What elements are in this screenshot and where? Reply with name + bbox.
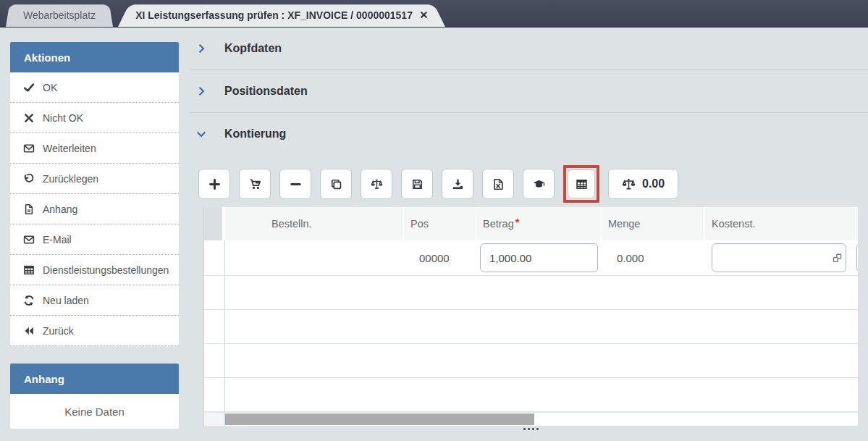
envelope-icon [23, 143, 35, 154]
column-header-kostenst[interactable]: Kostenst. [705, 207, 856, 240]
tab-label: XI Leistungserfassung prüfen : XF_INVOIC… [135, 9, 413, 21]
highlight-annotation [563, 165, 599, 203]
scale-icon [622, 177, 636, 191]
toolbar-buttons [198, 165, 599, 203]
column-label: Betrag [483, 218, 514, 230]
empty-table-row[interactable] [204, 276, 858, 310]
sections: Kopfdaten Positionsdaten Kontierung [190, 28, 868, 155]
learning-button[interactable] [523, 169, 555, 199]
excel-export-button[interactable] [482, 169, 514, 199]
close-icon[interactable] [420, 11, 428, 19]
undo-icon [23, 173, 35, 185]
column-label: Bestelln. [271, 218, 312, 230]
table-icon [23, 264, 35, 276]
download-icon [452, 178, 464, 190]
empty-table-row[interactable] [204, 310, 858, 344]
balance-total-button[interactable]: 0.00 [608, 169, 678, 199]
save-icon [411, 178, 424, 190]
row-selector-cell[interactable] [204, 310, 225, 343]
kostenst-input[interactable] [712, 243, 846, 272]
grid-button[interactable] [568, 169, 595, 198]
cart-button[interactable] [239, 169, 271, 199]
actions-list: OK Nicht OK Weiterleiten Zurücklegen Anh… [10, 72, 179, 346]
check-icon [23, 82, 35, 93]
scrollbar-thumb[interactable] [225, 413, 534, 425]
kontierung-table: Bestelln. Pos Betrag * Menge Kostenst. 0… [203, 206, 858, 426]
add-button[interactable] [198, 169, 230, 199]
action-weiterleiten[interactable]: Weiterleiten [10, 133, 179, 164]
table-header-row: Bestelln. Pos Betrag * Menge Kostenst. [204, 207, 858, 240]
kontierung-toolbar: 0.00 [198, 165, 868, 203]
column-header-pos[interactable]: Pos [404, 207, 476, 240]
tab-xi-leistungserfassung-pr-fen-x[interactable]: XI Leistungserfassung prüfen : XF_INVOIC… [118, 3, 445, 27]
attachment-empty-text: Keine Daten [10, 394, 179, 429]
table-resize-handle[interactable] [203, 428, 858, 430]
column-header-menge[interactable]: Menge [602, 207, 705, 240]
section-kontierung[interactable]: Kontierung [190, 112, 868, 155]
empty-table-row[interactable] [204, 378, 858, 412]
action-ok[interactable]: OK [10, 72, 179, 103]
action-anhang[interactable]: Anhang [10, 194, 179, 224]
double-back-icon [23, 325, 35, 337]
empty-table-row[interactable] [204, 344, 858, 378]
actions-panel: Aktionen OK Nicht OK Weiterleiten Zurück… [10, 42, 179, 346]
column-header-betrag[interactable]: Betrag * [476, 207, 602, 240]
action-zur-ck[interactable]: Zurück [10, 316, 179, 346]
save-button[interactable] [401, 169, 433, 199]
table-icon [576, 178, 588, 190]
row-selector-cell[interactable] [204, 378, 225, 411]
plus-icon [208, 178, 221, 190]
cart-icon [249, 178, 261, 190]
action-neu-laden[interactable]: Neu laden [10, 285, 179, 316]
action-label: Dienstleistungsbestellungen [43, 264, 169, 276]
action-label: Nicht OK [43, 112, 83, 124]
row-selector-cell[interactable] [204, 276, 225, 309]
action-nicht-ok[interactable]: Nicht OK [10, 103, 179, 133]
remove-button[interactable] [279, 169, 311, 199]
action-zur-cklegen[interactable]: Zurücklegen [10, 164, 179, 194]
betrag-input[interactable] [480, 243, 598, 272]
tab-webarbeitsplatz[interactable]: Webarbeitsplatz [6, 3, 113, 27]
horizontal-scrollbar[interactable] [204, 412, 858, 426]
cell-bestelln [225, 240, 404, 275]
refresh-icon [23, 295, 35, 306]
section-label: Kopfdaten [224, 42, 282, 55]
value-help-icon[interactable] [832, 253, 843, 264]
row-selector-header[interactable] [204, 207, 225, 240]
tab-bar: Webarbeitsplatz XI Leistungserfassung pr… [0, 0, 868, 28]
action-label: OK [43, 82, 57, 93]
section-positionsdaten[interactable]: Positionsdaten [190, 70, 868, 112]
tab-label: Webarbeitsplatz [23, 9, 96, 21]
section-label: Positionsdaten [224, 85, 308, 98]
row-selector-cell[interactable] [204, 240, 225, 275]
section-label: Kontierung [224, 127, 286, 140]
balance-button[interactable] [361, 169, 392, 199]
chevron-down-icon [195, 128, 207, 140]
cell-pos: 00000 [404, 240, 476, 275]
action-label: E-Mail [43, 234, 72, 245]
column-label: Kostenst. [712, 218, 755, 230]
action-label: Neu laden [43, 295, 89, 306]
action-label: Weiterleiten [43, 143, 96, 154]
actions-panel-header: Aktionen [10, 42, 179, 72]
download-button[interactable] [442, 169, 473, 199]
cell-menge: 0.000 [602, 240, 705, 275]
application-window: Webarbeitsplatz XI Leistungserfassung pr… [0, 0, 868, 441]
envelope-icon [23, 234, 35, 245]
action-label: Anhang [43, 203, 77, 215]
action-e-mail[interactable]: E-Mail [10, 224, 179, 255]
x-mark-icon [23, 112, 35, 124]
row-selector-cell[interactable] [204, 344, 225, 377]
excel-file-icon [492, 178, 505, 190]
section-kopfdaten[interactable]: Kopfdaten [190, 28, 868, 70]
copy-button[interactable] [320, 169, 352, 199]
required-marker: * [515, 217, 520, 228]
partial-input[interactable] [856, 243, 858, 272]
column-label: Pos [410, 218, 429, 230]
chevron-right-icon [195, 43, 207, 54]
graduation-cap-icon [533, 178, 545, 190]
minus-icon [290, 178, 302, 190]
action-dienstleistungsbestellungen[interactable]: Dienstleistungsbestellungen [10, 255, 179, 285]
column-header-bestelln[interactable]: Bestelln. [225, 207, 404, 240]
table-row[interactable]: 00000 0.000 [204, 240, 858, 276]
